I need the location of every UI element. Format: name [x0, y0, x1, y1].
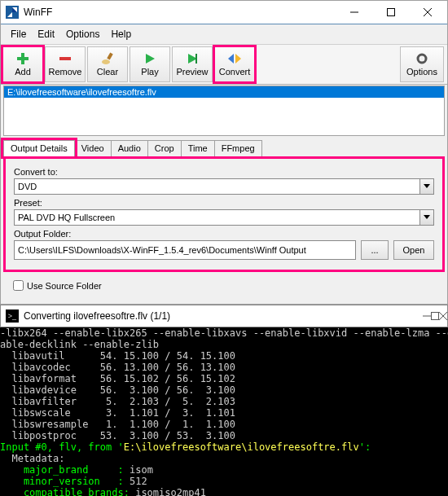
preview-button[interactable]: Preview	[172, 46, 213, 82]
console-line: isomiso2mp41	[135, 487, 206, 496]
svg-marker-15	[228, 54, 234, 64]
svg-point-18	[420, 57, 424, 60]
svg-rect-9	[59, 57, 71, 60]
convert-icon	[227, 52, 242, 65]
svg-marker-16	[235, 54, 241, 64]
menu-help[interactable]: Help	[106, 27, 136, 42]
console-line: libavcodec 56. 13.100 / 56. 13.100	[0, 362, 235, 373]
console-line: isom	[130, 464, 153, 476]
svg-rect-8	[17, 57, 29, 60]
minimize-button[interactable]	[336, 1, 372, 24]
tab-audio[interactable]: Audio	[111, 140, 148, 156]
console-maximize-button[interactable]	[431, 312, 439, 320]
file-list[interactable]: E:\ilovefreesoftware\ilovefreesoftre.flv	[3, 86, 445, 136]
convert-button[interactable]: Convert	[214, 46, 255, 82]
svg-marker-20	[424, 215, 430, 219]
convert-to-label: Convert to:	[14, 167, 434, 177]
close-button[interactable]	[409, 1, 446, 24]
preset-dropdown[interactable]	[420, 209, 434, 226]
play-icon	[143, 52, 156, 65]
console-line: libavdevice 56. 3.100 / 56. 3.100	[0, 384, 235, 396]
list-item[interactable]: E:\ilovefreesoftware\ilovefreesoftre.flv	[4, 86, 444, 98]
tab-output-details[interactable]: Output Details	[3, 140, 75, 156]
play-label: Play	[141, 67, 158, 77]
options-button[interactable]: Options	[400, 46, 444, 82]
tab-ffmpeg[interactable]: FFmpeg	[214, 140, 262, 156]
clear-button[interactable]: Clear	[87, 46, 128, 82]
console-line: compatible_brands:	[0, 487, 135, 496]
console-close-button[interactable]	[439, 312, 447, 320]
menu-options[interactable]: Options	[61, 27, 104, 42]
chevron-down-icon	[424, 184, 430, 189]
remove-button[interactable]: Remove	[45, 46, 86, 82]
tab-bar: Output Details Video Audio Crop Time FFm…	[3, 140, 445, 156]
add-label: Add	[15, 67, 31, 77]
console-line: libswresample 1. 1.100 / 1. 1.100	[0, 419, 235, 430]
use-source-folder-label[interactable]: Use Source Folder	[13, 280, 435, 291]
add-button[interactable]: Add	[2, 46, 43, 82]
output-details-panel: Convert to: Preset: Output Folder: ... O…	[3, 156, 445, 272]
use-source-folder-checkbox[interactable]	[13, 280, 24, 291]
preset-select[interactable]	[14, 209, 420, 226]
minus-icon	[59, 52, 72, 65]
preview-icon	[186, 52, 199, 65]
svg-point-11	[102, 59, 110, 64]
remove-label: Remove	[49, 67, 82, 77]
tab-video[interactable]: Video	[74, 140, 112, 156]
svg-rect-4	[387, 9, 394, 16]
svg-marker-19	[424, 184, 430, 188]
console-line: able-decklink --enable-zlib	[0, 339, 159, 350]
console-icon: >_	[6, 309, 19, 323]
console-line: Input #0, flv, from '	[0, 441, 124, 453]
chevron-down-icon	[424, 215, 430, 220]
play-button[interactable]: Play	[130, 46, 170, 82]
console-line: libavutil 54. 15.100 / 54. 15.100	[0, 350, 235, 362]
convert-label: Convert	[219, 67, 251, 77]
gear-icon	[415, 52, 428, 65]
console-line: 512	[130, 476, 147, 487]
open-button[interactable]: Open	[393, 240, 434, 260]
console-line: libswscale 3. 1.101 / 3. 1.101	[0, 407, 235, 419]
brush-icon	[101, 52, 114, 65]
console-output: -libx264 --enable-libx265 --enable-libxa…	[0, 327, 448, 496]
app-icon	[6, 6, 19, 19]
plus-icon	[16, 52, 29, 65]
titlebar: WinFF	[1, 1, 447, 24]
console-line: libavformat 56. 15.102 / 56. 15.102	[0, 373, 235, 384]
svg-rect-10	[107, 53, 112, 60]
output-folder-label: Output Folder:	[14, 229, 434, 239]
console-line: major_brand :	[0, 464, 130, 476]
svg-marker-2	[7, 12, 12, 17]
console-line: libavfilter 5. 2.103 / 5. 2.103	[0, 396, 235, 407]
menu-edit[interactable]: Edit	[33, 27, 59, 42]
convert-to-select[interactable]	[14, 178, 420, 195]
console-line: -libx264 --enable-libx265 --enable-libxa…	[0, 327, 448, 339]
maximize-button[interactable]	[372, 1, 409, 24]
svg-rect-22	[432, 313, 439, 320]
console-line: ':	[359, 441, 371, 453]
toolbar: Add Remove Clear Play Preview Convert Op…	[1, 45, 447, 85]
browse-button[interactable]: ...	[361, 240, 389, 260]
svg-marker-12	[146, 54, 155, 64]
menu-file[interactable]: File	[6, 27, 31, 42]
console-line: E:\ilovefreesoftware\ilovefreesoftre.flv	[124, 441, 359, 453]
console-minimize-button[interactable]	[423, 312, 431, 320]
console-line: libpostproc 53. 3.100 / 53. 3.100	[0, 430, 235, 441]
preset-label: Preset:	[14, 198, 434, 208]
output-folder-input[interactable]	[14, 240, 356, 260]
console-line: Metadata:	[0, 453, 64, 464]
tab-crop[interactable]: Crop	[147, 140, 182, 156]
preview-label: Preview	[176, 67, 208, 77]
use-source-text: Use Source Folder	[27, 281, 102, 291]
window-title: WinFF	[24, 7, 52, 18]
console-titlebar: >_ Converting ilovefreesoftre.flv (1/1)	[0, 305, 448, 327]
clear-label: Clear	[97, 67, 118, 77]
svg-rect-14	[195, 54, 197, 64]
console-title: Converting ilovefreesoftre.flv (1/1)	[24, 310, 170, 322]
tab-time[interactable]: Time	[181, 140, 215, 156]
convert-to-dropdown[interactable]	[420, 178, 434, 195]
console-line: minor_version :	[0, 476, 130, 487]
options-label: Options	[406, 67, 437, 77]
menubar: File Edit Options Help	[1, 24, 447, 45]
